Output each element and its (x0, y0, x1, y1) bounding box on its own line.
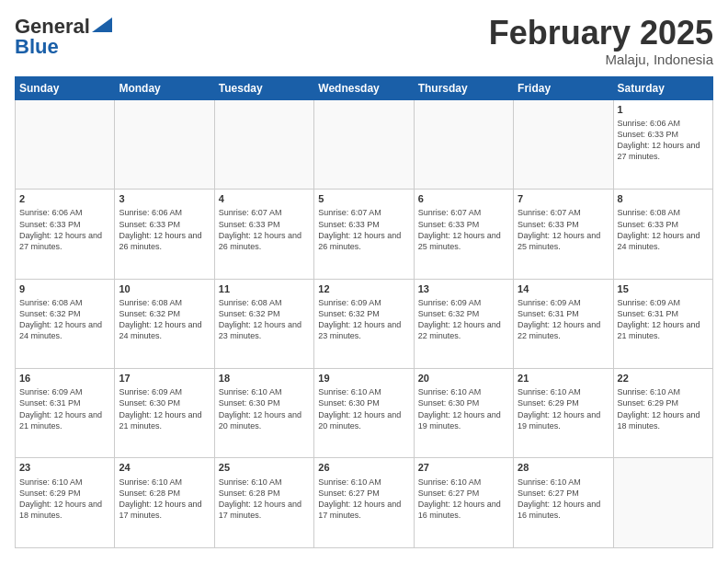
calendar-cell (214, 99, 313, 189)
day-info: Sunrise: 6:06 AM Sunset: 6:33 PM Dayligh… (119, 207, 210, 252)
location: Malaju, Indonesia (489, 52, 713, 67)
calendar-cell: 22Sunrise: 6:10 AM Sunset: 6:29 PM Dayli… (613, 369, 712, 458)
day-number: 3 (119, 192, 210, 205)
day-number: 8 (618, 192, 709, 205)
day-info: Sunrise: 6:10 AM Sunset: 6:27 PM Dayligh… (318, 477, 409, 522)
day-number: 9 (19, 282, 110, 295)
day-number: 5 (318, 192, 409, 205)
day-number: 22 (618, 372, 709, 385)
day-info: Sunrise: 6:07 AM Sunset: 6:33 PM Dayligh… (318, 207, 409, 252)
day-number: 16 (19, 372, 110, 385)
col-wednesday: Wednesday (314, 76, 414, 99)
calendar-cell (16, 99, 115, 189)
day-info: Sunrise: 6:10 AM Sunset: 6:28 PM Dayligh… (219, 477, 310, 522)
day-info: Sunrise: 6:10 AM Sunset: 6:28 PM Dayligh… (119, 477, 210, 522)
calendar-body: 1Sunrise: 6:06 AM Sunset: 6:33 PM Daylig… (16, 99, 713, 547)
svg-marker-0 (92, 17, 112, 32)
title-area: February 2025 Malaju, Indonesia (489, 15, 713, 67)
calendar-cell: 7Sunrise: 6:07 AM Sunset: 6:33 PM Daylig… (514, 190, 613, 279)
day-info: Sunrise: 6:08 AM Sunset: 6:32 PM Dayligh… (19, 297, 110, 342)
day-info: Sunrise: 6:07 AM Sunset: 6:33 PM Dayligh… (219, 207, 310, 252)
day-number: 15 (618, 282, 709, 295)
day-info: Sunrise: 6:10 AM Sunset: 6:29 PM Dayligh… (518, 386, 609, 431)
calendar-week-4: 23Sunrise: 6:10 AM Sunset: 6:29 PM Dayli… (16, 458, 713, 548)
day-number: 18 (219, 372, 310, 385)
calendar-cell: 12Sunrise: 6:09 AM Sunset: 6:32 PM Dayli… (314, 279, 414, 368)
day-info: Sunrise: 6:09 AM Sunset: 6:31 PM Dayligh… (618, 297, 709, 342)
col-friday: Friday (514, 76, 613, 99)
day-info: Sunrise: 6:07 AM Sunset: 6:33 PM Dayligh… (518, 207, 609, 252)
day-number: 4 (219, 192, 310, 205)
day-number: 17 (119, 372, 210, 385)
day-number: 25 (219, 461, 310, 474)
day-info: Sunrise: 6:08 AM Sunset: 6:32 PM Dayligh… (219, 297, 310, 342)
day-info: Sunrise: 6:09 AM Sunset: 6:30 PM Dayligh… (119, 386, 210, 431)
day-info: Sunrise: 6:09 AM Sunset: 6:31 PM Dayligh… (19, 386, 110, 431)
calendar-week-3: 16Sunrise: 6:09 AM Sunset: 6:31 PM Dayli… (16, 369, 713, 458)
day-number: 13 (418, 282, 509, 295)
calendar-cell: 1Sunrise: 6:06 AM Sunset: 6:33 PM Daylig… (613, 99, 712, 189)
day-number: 20 (418, 372, 509, 385)
calendar-table: Sunday Monday Tuesday Wednesday Thursday… (15, 76, 713, 548)
day-number: 10 (119, 282, 210, 295)
calendar-cell: 20Sunrise: 6:10 AM Sunset: 6:30 PM Dayli… (414, 369, 513, 458)
day-number: 1 (618, 103, 709, 116)
calendar-week-1: 2Sunrise: 6:06 AM Sunset: 6:33 PM Daylig… (16, 190, 713, 279)
calendar-week-2: 9Sunrise: 6:08 AM Sunset: 6:32 PM Daylig… (16, 279, 713, 368)
day-number: 2 (19, 192, 110, 205)
day-info: Sunrise: 6:09 AM Sunset: 6:32 PM Dayligh… (318, 297, 409, 342)
day-info: Sunrise: 6:10 AM Sunset: 6:30 PM Dayligh… (318, 386, 409, 431)
day-number: 12 (318, 282, 409, 295)
calendar-cell: 23Sunrise: 6:10 AM Sunset: 6:29 PM Dayli… (16, 458, 115, 548)
day-number: 27 (418, 461, 509, 474)
calendar-cell: 16Sunrise: 6:09 AM Sunset: 6:31 PM Dayli… (16, 369, 115, 458)
logo-blue: Blue (15, 35, 59, 59)
day-info: Sunrise: 6:07 AM Sunset: 6:33 PM Dayligh… (418, 207, 509, 252)
calendar-cell (514, 99, 613, 189)
day-number: 26 (318, 461, 409, 474)
page: General Blue February 2025 Malaju, Indon… (0, 0, 728, 563)
calendar-cell: 4Sunrise: 6:07 AM Sunset: 6:33 PM Daylig… (214, 190, 313, 279)
calendar-cell: 17Sunrise: 6:09 AM Sunset: 6:30 PM Dayli… (115, 369, 214, 458)
calendar-cell: 25Sunrise: 6:10 AM Sunset: 6:28 PM Dayli… (214, 458, 313, 548)
calendar-cell: 18Sunrise: 6:10 AM Sunset: 6:30 PM Dayli… (214, 369, 313, 458)
logo: General Blue (15, 15, 112, 59)
day-info: Sunrise: 6:10 AM Sunset: 6:30 PM Dayligh… (418, 386, 509, 431)
day-number: 14 (518, 282, 609, 295)
calendar-header-row: Sunday Monday Tuesday Wednesday Thursday… (16, 76, 713, 99)
day-number: 11 (219, 282, 310, 295)
calendar-cell: 14Sunrise: 6:09 AM Sunset: 6:31 PM Dayli… (514, 279, 613, 368)
calendar-cell: 19Sunrise: 6:10 AM Sunset: 6:30 PM Dayli… (314, 369, 414, 458)
calendar-week-0: 1Sunrise: 6:06 AM Sunset: 6:33 PM Daylig… (16, 99, 713, 189)
day-info: Sunrise: 6:06 AM Sunset: 6:33 PM Dayligh… (19, 207, 110, 252)
day-info: Sunrise: 6:10 AM Sunset: 6:29 PM Dayligh… (19, 477, 110, 522)
day-info: Sunrise: 6:08 AM Sunset: 6:32 PM Dayligh… (119, 297, 210, 342)
day-info: Sunrise: 6:10 AM Sunset: 6:27 PM Dayligh… (518, 477, 609, 522)
day-number: 7 (518, 192, 609, 205)
col-sunday: Sunday (16, 76, 115, 99)
day-number: 28 (518, 461, 609, 474)
col-saturday: Saturday (613, 76, 712, 99)
calendar-cell (613, 458, 712, 548)
day-number: 19 (318, 372, 409, 385)
day-info: Sunrise: 6:10 AM Sunset: 6:30 PM Dayligh… (219, 386, 310, 431)
calendar-cell: 15Sunrise: 6:09 AM Sunset: 6:31 PM Dayli… (613, 279, 712, 368)
calendar-cell: 2Sunrise: 6:06 AM Sunset: 6:33 PM Daylig… (16, 190, 115, 279)
calendar-cell: 21Sunrise: 6:10 AM Sunset: 6:29 PM Dayli… (514, 369, 613, 458)
day-info: Sunrise: 6:06 AM Sunset: 6:33 PM Dayligh… (618, 118, 709, 163)
calendar-cell: 27Sunrise: 6:10 AM Sunset: 6:27 PM Dayli… (414, 458, 513, 548)
day-info: Sunrise: 6:09 AM Sunset: 6:32 PM Dayligh… (418, 297, 509, 342)
calendar-cell: 13Sunrise: 6:09 AM Sunset: 6:32 PM Dayli… (414, 279, 513, 368)
day-number: 21 (518, 372, 609, 385)
day-number: 24 (119, 461, 210, 474)
day-info: Sunrise: 6:09 AM Sunset: 6:31 PM Dayligh… (518, 297, 609, 342)
calendar-cell: 3Sunrise: 6:06 AM Sunset: 6:33 PM Daylig… (115, 190, 214, 279)
calendar-cell: 5Sunrise: 6:07 AM Sunset: 6:33 PM Daylig… (314, 190, 414, 279)
calendar-cell: 28Sunrise: 6:10 AM Sunset: 6:27 PM Dayli… (514, 458, 613, 548)
header: General Blue February 2025 Malaju, Indon… (15, 15, 713, 67)
col-thursday: Thursday (414, 76, 513, 99)
calendar-cell: 6Sunrise: 6:07 AM Sunset: 6:33 PM Daylig… (414, 190, 513, 279)
calendar-cell: 10Sunrise: 6:08 AM Sunset: 6:32 PM Dayli… (115, 279, 214, 368)
calendar-cell (115, 99, 214, 189)
calendar-cell: 24Sunrise: 6:10 AM Sunset: 6:28 PM Dayli… (115, 458, 214, 548)
